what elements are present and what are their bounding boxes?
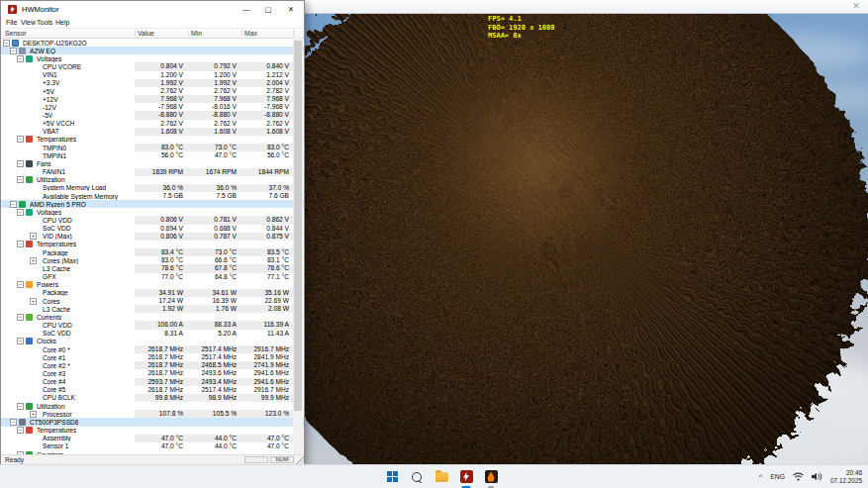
taskbar-clock[interactable]: 20:46 07.12.2025 bbox=[830, 469, 862, 484]
sensor-row[interactable]: − Utilization bbox=[1, 402, 304, 410]
sensor-row[interactable]: +5V VCCH 2.762 V 2.762 V 2.762 V bbox=[1, 120, 304, 128]
sensor-row[interactable]: Core #4 2593.7 MHz 2493.4 MHz 2941.6 MHz bbox=[1, 378, 304, 386]
menu-help[interactable]: Help bbox=[55, 18, 69, 28]
vertical-scrollbar[interactable] bbox=[293, 37, 303, 457]
sensor-row[interactable]: CPU VDD 0.806 V 0.781 V 0.862 V bbox=[1, 216, 304, 224]
minimize-button[interactable]: — bbox=[237, 1, 256, 18]
sensor-row[interactable]: TMPIN1 56.0 °C 47.0 °C 56.0 °C bbox=[1, 151, 304, 159]
scrollbar-thumb[interactable] bbox=[294, 41, 302, 411]
sensor-row[interactable]: +5V 2.762 V 2.762 V 2.782 V bbox=[1, 87, 304, 95]
tray-chevron-icon[interactable]: ^ bbox=[759, 472, 763, 481]
sensor-row[interactable]: − Fans bbox=[1, 159, 304, 167]
sensor-row[interactable]: GFX 77.0 °C 64.8 °C 77.1 °C bbox=[1, 273, 304, 281]
sensor-row[interactable]: -12V -7.968 V -8.016 V -7.968 V bbox=[1, 103, 304, 111]
sensor-row[interactable]: -5V -8.880 V -8.880 V -8.880 V bbox=[1, 111, 304, 119]
expander-icon[interactable]: − bbox=[17, 314, 24, 321]
sensor-row[interactable]: Core #2 * 2618.7 MHz 2468.5 MHz 2741.9 M… bbox=[1, 361, 304, 369]
sensor-row[interactable]: Available System Memory 7.5 GB 7.5 GB 7.… bbox=[1, 192, 304, 200]
sensor-row[interactable]: CPU BCLK 99.8 MHz 98.9 MHz 99.9 MHz bbox=[1, 394, 304, 402]
sensor-row[interactable]: System Memory Load 36.0 % 36.0 % 37.0 % bbox=[1, 184, 304, 192]
expander-icon[interactable]: − bbox=[17, 427, 24, 434]
expander-icon[interactable]: − bbox=[17, 209, 24, 216]
expander-icon[interactable]: − bbox=[17, 281, 24, 288]
sensor-row[interactable]: TMPIN0 83.0 °C 73.0 °C 83.0 °C bbox=[1, 144, 304, 151]
sensor-row[interactable]: SoC VDD 0.694 V 0.688 V 0.844 V bbox=[1, 225, 304, 233]
sensor-row[interactable]: − Voltages bbox=[1, 54, 304, 62]
sensor-row[interactable]: Package 34.91 W 34.61 W 35.16 W bbox=[1, 289, 304, 297]
expander-icon[interactable]: − bbox=[17, 55, 24, 62]
menu-tools[interactable]: Tools bbox=[37, 18, 52, 28]
maximize-button[interactable]: ▢ bbox=[258, 1, 278, 18]
close-icon[interactable]: ✕ bbox=[852, 1, 860, 12]
resize-grip[interactable] bbox=[296, 456, 304, 464]
sensor-row[interactable]: − Temperatures bbox=[1, 136, 304, 144]
column-header[interactable]: Sensor Value Min Max bbox=[1, 29, 304, 39]
expander-icon[interactable]: − bbox=[17, 403, 24, 410]
sensor-row[interactable]: Assembly 47.0 °C 44.0 °C 47.0 °C bbox=[1, 435, 304, 442]
speaker-icon[interactable] bbox=[812, 472, 822, 481]
sensor-row[interactable]: + Cores (Max) 83.0 °C 66.6 °C 83.1 °C bbox=[1, 256, 304, 264]
menu-file[interactable]: File bbox=[6, 18, 17, 28]
sensor-row[interactable]: CPU VDD 106.00 A 88.33 A 116.39 A bbox=[1, 321, 304, 329]
sensor-row[interactable]: FANIN1 1839 RPM 1674 RPM 1844 RPM bbox=[1, 168, 304, 176]
language-indicator[interactable]: ENG bbox=[770, 473, 785, 480]
sensor-row[interactable]: − Utilization bbox=[1, 176, 304, 184]
sensor-row[interactable]: Package 83.4 °C 73.0 °C 83.5 °C bbox=[1, 248, 304, 256]
expander-icon[interactable]: + bbox=[30, 298, 37, 305]
sensor-row[interactable]: + Processor 107.8 % 105.5 % 123.0 % bbox=[1, 410, 304, 418]
sensor-row[interactable]: − Temperatures bbox=[1, 427, 304, 435]
sensor-row[interactable]: Core #0 * 2618.7 MHz 2517.4 MHz 2916.7 M… bbox=[1, 345, 304, 353]
close-button[interactable]: ✕ bbox=[281, 1, 301, 18]
expander-icon[interactable]: − bbox=[10, 419, 17, 426]
expander-icon[interactable]: − bbox=[17, 136, 24, 143]
sensor-row[interactable]: − Currents bbox=[1, 313, 304, 321]
sensor-row[interactable]: SoC VDD 8.31 A 5.20 A 11.43 A bbox=[1, 330, 304, 338]
sensor-row[interactable]: − Voltages bbox=[1, 208, 304, 216]
expander-icon[interactable]: + bbox=[30, 257, 37, 264]
column-min[interactable]: Min bbox=[191, 29, 202, 38]
expander-icon[interactable]: + bbox=[30, 233, 37, 240]
hwmonitor-titlebar[interactable]: HWMonitor — ▢ ✕ bbox=[1, 1, 304, 18]
expander-icon[interactable]: − bbox=[3, 40, 10, 47]
expander-icon[interactable]: − bbox=[10, 48, 17, 54]
column-sensor[interactable]: Sensor bbox=[5, 29, 27, 38]
sensor-row[interactable]: Sensor 1 47.0 °C 44.0 °C 47.0 °C bbox=[1, 442, 304, 450]
sensor-row[interactable]: Core #3 2618.7 MHz 2493.6 MHz 2941.6 MHz bbox=[1, 369, 304, 377]
wifi-icon[interactable] bbox=[793, 472, 804, 481]
expander-icon[interactable]: − bbox=[17, 338, 24, 344]
start-button[interactable] bbox=[384, 469, 400, 485]
expander-icon[interactable]: − bbox=[17, 160, 24, 167]
sensor-row[interactable]: L3 Cache 78.6 °C 67.8 °C 78.6 °C bbox=[1, 264, 304, 272]
sensor-row[interactable]: − AMD Ryzen 5 PRO bbox=[1, 200, 304, 208]
expander-icon[interactable]: − bbox=[10, 201, 17, 208]
sensor-row[interactable]: − Powers bbox=[1, 281, 304, 289]
sensor-row[interactable]: + Cores 17.24 W 16.39 W 22.69 W bbox=[1, 297, 304, 305]
expander-icon[interactable]: + bbox=[30, 411, 37, 418]
sensor-row[interactable]: − AZW EQ bbox=[1, 47, 304, 54]
sensor-row[interactable]: − Temperatures bbox=[1, 241, 304, 248]
sensor-min: 88.33 A bbox=[188, 321, 241, 329]
sensor-row[interactable]: VBAT 1.608 V 1.608 V 1.608 V bbox=[1, 128, 304, 136]
num-lock-indicator: NUM bbox=[270, 456, 294, 463]
sensor-row[interactable]: Core #5 2618.7 MHz 2517.4 MHz 2916.7 MHz bbox=[1, 386, 304, 394]
sensor-value: 106.00 A bbox=[135, 321, 188, 329]
sensor-row[interactable]: CPU VCORE 0.804 V 0.792 V 0.840 V bbox=[1, 62, 304, 70]
menu-view[interactable]: View bbox=[21, 18, 36, 28]
sensor-row[interactable]: − CT500P3PSSD8 bbox=[1, 418, 304, 426]
search-button[interactable] bbox=[409, 469, 425, 485]
file-explorer-button[interactable] bbox=[434, 469, 449, 485]
expander-icon[interactable]: − bbox=[17, 176, 24, 183]
sensor-row[interactable]: VIN1 1.200 V 1.200 V 1.212 V bbox=[1, 71, 304, 79]
sensor-row[interactable]: + VID (Max) 0.806 V 0.787 V 0.875 V bbox=[1, 233, 304, 241]
sensor-row[interactable]: L3 Cache 1.92 W 1.76 W 2.08 W bbox=[1, 305, 304, 313]
expander-icon[interactable]: − bbox=[17, 241, 24, 247]
column-value[interactable]: Value bbox=[138, 29, 154, 38]
sensor-row[interactable]: − DESKTOP-U2SKG2O bbox=[1, 39, 304, 47]
sensor-row[interactable]: Core #1 2618.7 MHz 2517.4 MHz 2841.9 MHz bbox=[1, 353, 304, 361]
sensor-row[interactable]: +3.3V 1.992 V 1.992 V 2.004 V bbox=[1, 79, 304, 87]
hwmonitor-taskbar-button[interactable] bbox=[458, 469, 474, 485]
sensor-row[interactable]: − Clocks bbox=[1, 338, 304, 345]
sensor-row[interactable]: +12V 7.968 V 7.968 V 7.968 V bbox=[1, 95, 304, 103]
column-max[interactable]: Max bbox=[244, 29, 257, 38]
furmark-taskbar-button[interactable] bbox=[483, 469, 499, 485]
